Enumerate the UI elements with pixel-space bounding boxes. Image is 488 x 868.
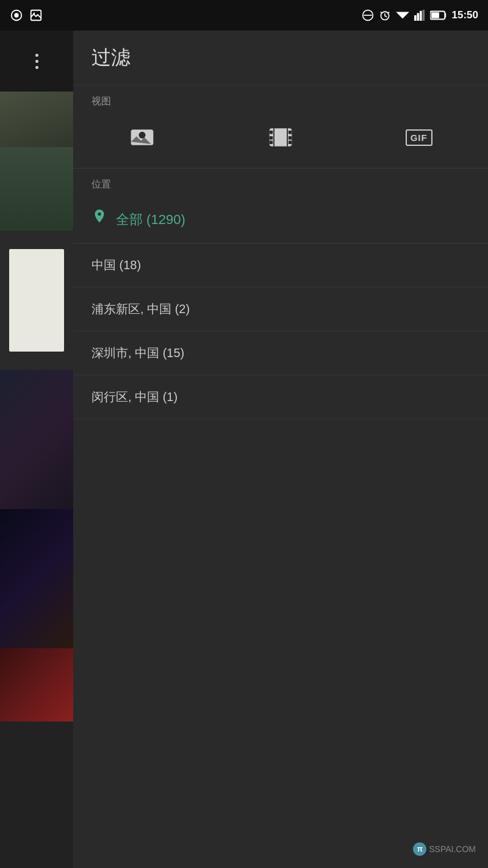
wifi-icon (396, 10, 409, 21)
photo-tile-3 (0, 370, 73, 509)
svg-rect-18 (270, 136, 273, 140)
battery-icon (430, 10, 447, 21)
alarm-icon (379, 9, 391, 21)
location-item-3[interactable]: 闵行区, 中国 (1) (73, 375, 488, 419)
svg-rect-21 (289, 136, 292, 140)
sidebar-menu[interactable] (0, 31, 73, 92)
svg-marker-7 (396, 12, 409, 19)
svg-rect-9 (417, 13, 419, 21)
view-section-label: 视图 (73, 85, 488, 113)
panel-title: 过滤 (92, 45, 131, 71)
photo-tile-2 (0, 231, 73, 370)
video-view-button[interactable] (256, 119, 305, 156)
location-all-text: 全部 (1290) (116, 211, 185, 229)
photo-tile-1 (0, 92, 73, 231)
location-item-text-3: 闵行区, 中国 (1) (92, 390, 178, 403)
photo-view-button[interactable] (118, 119, 167, 156)
view-icons-row: GIF (73, 113, 488, 168)
more-options-button[interactable] (35, 54, 38, 69)
panel-header: 过滤 (73, 31, 488, 85)
circle-icon (10, 9, 23, 22)
svg-rect-20 (289, 131, 292, 134)
view-section: 视图 (73, 85, 488, 168)
empty-area (73, 419, 488, 868)
svg-rect-22 (289, 141, 292, 145)
watermark-text: SSPAI.COM (429, 844, 476, 854)
sidebar-photos (0, 92, 73, 722)
location-item-1[interactable]: 浦东新区, 中国 (2) (73, 288, 488, 331)
photo-icon (129, 124, 156, 151)
watermark-pi-logo: π (413, 842, 426, 856)
status-time: 15:50 (452, 9, 478, 21)
svg-rect-11 (422, 10, 425, 21)
photo-tile-4 (0, 509, 73, 648)
watermark: π SSPAI.COM (413, 842, 476, 856)
location-section-label: 位置 (73, 168, 488, 196)
location-item-text-0: 中国 (18) (92, 258, 141, 272)
block-icon (362, 9, 374, 21)
svg-rect-13 (431, 12, 439, 18)
svg-rect-10 (420, 11, 422, 21)
status-left-icons (10, 9, 43, 22)
location-item-0[interactable]: 中国 (18) (73, 244, 488, 288)
location-item-text-1: 浦东新区, 中国 (2) (92, 302, 190, 316)
signal-icon (414, 10, 425, 21)
location-item-2[interactable]: 深圳市, 中国 (15) (73, 331, 488, 375)
gif-view-button[interactable]: GIF (395, 119, 443, 156)
location-section: 位置 全部 (1290) 中国 (18) 浦东新区, 中国 (2) 深圳市, (73, 168, 488, 419)
gif-label: GIF (406, 129, 432, 146)
svg-point-15 (139, 132, 146, 139)
svg-rect-19 (270, 141, 273, 145)
location-pin-icon (92, 208, 107, 226)
location-all-row[interactable]: 全部 (1290) (73, 196, 488, 244)
pin-icon (92, 208, 107, 231)
svg-rect-17 (270, 131, 273, 134)
photo-tile-5 (0, 648, 73, 722)
svg-point-1 (14, 13, 18, 17)
status-right-icons: 15:50 (362, 9, 478, 21)
main-panel: 过滤 视图 (73, 31, 488, 868)
svg-rect-8 (414, 15, 417, 21)
sidebar (0, 31, 73, 868)
status-bar: 15:50 (0, 0, 488, 31)
film-icon (267, 124, 294, 151)
image-icon (29, 9, 43, 22)
location-item-text-2: 深圳市, 中国 (15) (92, 346, 184, 360)
